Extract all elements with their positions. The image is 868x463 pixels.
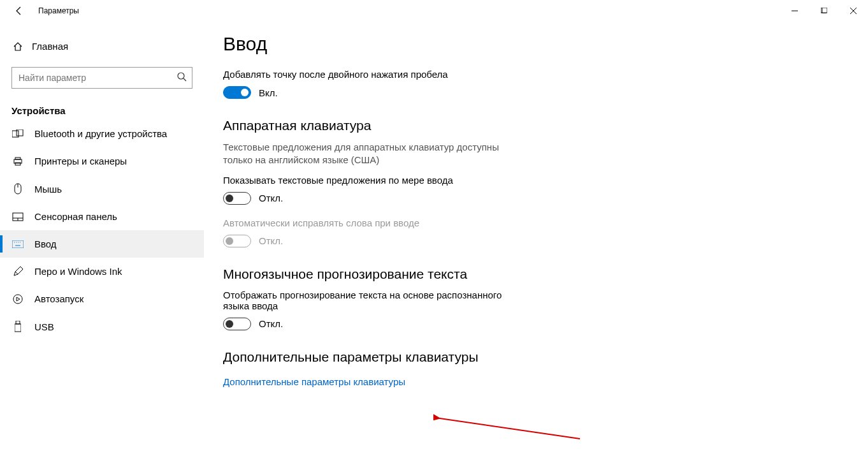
svg-rect-25 xyxy=(15,324,21,332)
svg-rect-10 xyxy=(15,158,20,159)
sidebar-item-typing[interactable]: Ввод xyxy=(0,230,204,258)
toggle-multilingual-prediction[interactable] xyxy=(223,318,251,330)
printer-icon xyxy=(11,156,24,166)
section-heading: Аппаратная клавиатура xyxy=(223,118,849,133)
toggle-state-text: Откл. xyxy=(259,193,283,203)
sidebar-home[interactable]: Главная xyxy=(0,34,204,58)
content-area: Ввод Добавлять точку после двойного нажа… xyxy=(204,22,868,463)
toggle-text-suggestions[interactable] xyxy=(223,192,251,205)
sidebar: Главная Устройства Bluetooth и другие ус… xyxy=(0,22,204,463)
sidebar-item-printers[interactable]: Принтеры и сканеры xyxy=(0,147,204,175)
sidebar-item-label: USB xyxy=(34,321,54,332)
sidebar-item-label: Принтеры и сканеры xyxy=(34,156,127,166)
toggle-state-text: Вкл. xyxy=(259,87,278,98)
svg-rect-17 xyxy=(12,240,24,248)
search-icon xyxy=(177,71,187,84)
sidebar-item-label: Bluetooth и другие устройства xyxy=(34,128,167,139)
sidebar-item-label: Ввод xyxy=(34,239,57,249)
sidebar-group-label: Устройства xyxy=(11,105,192,116)
usb-icon xyxy=(11,321,24,332)
close-button[interactable] xyxy=(839,1,868,21)
sidebar-item-autoplay[interactable]: Автозапуск xyxy=(0,285,204,312)
sidebar-item-pen[interactable]: Перо и Windows Ink xyxy=(0,258,204,285)
sidebar-item-touchpad[interactable]: Сенсорная панель xyxy=(0,203,204,230)
sidebar-home-label: Главная xyxy=(32,41,68,52)
sidebar-item-label: Сенсорная панель xyxy=(34,211,117,222)
keyboard-icon xyxy=(11,240,24,248)
pen-icon xyxy=(11,267,24,277)
toggle-state-text: Откл. xyxy=(259,318,283,329)
mouse-icon xyxy=(11,183,24,195)
option-label: Показывать текстовые предложения по мере… xyxy=(223,175,516,186)
svg-point-5 xyxy=(178,73,184,79)
section-heading: Многоязычное прогнозирование текста xyxy=(223,267,849,282)
option-label: Отображать прогнозирование текста на осн… xyxy=(223,290,516,311)
section-description: Текстовые предложения для аппаратных кла… xyxy=(223,141,510,167)
sidebar-item-label: Мышь xyxy=(34,184,62,195)
home-icon xyxy=(11,41,24,52)
devices-icon xyxy=(11,129,24,138)
svg-point-23 xyxy=(13,295,22,304)
toggle-autocorrect xyxy=(223,235,251,247)
toggle-state-text: Откл. xyxy=(259,235,283,246)
sidebar-item-label: Автозапуск xyxy=(34,293,83,304)
autoplay-icon xyxy=(11,294,24,304)
window-title: Параметры xyxy=(38,6,79,15)
option-label: Автоматически исправлять слова при вводе xyxy=(223,217,516,228)
search-input-container[interactable] xyxy=(11,67,192,89)
minimize-button[interactable] xyxy=(780,1,809,21)
sidebar-item-mouse[interactable]: Мышь xyxy=(0,175,204,203)
search-input[interactable] xyxy=(18,73,177,83)
touchpad-icon xyxy=(11,212,24,221)
sidebar-item-bluetooth[interactable]: Bluetooth и другие устройства xyxy=(0,120,204,147)
sidebar-item-usb[interactable]: USB xyxy=(0,312,204,341)
back-button[interactable] xyxy=(11,3,27,18)
svg-line-6 xyxy=(184,78,186,81)
svg-rect-24 xyxy=(16,321,20,324)
option-label: Добавлять точку после двойного нажатия п… xyxy=(223,69,516,80)
section-heading: Дополнительные параметры клавиатуры xyxy=(223,349,849,365)
page-title: Ввод xyxy=(223,33,849,55)
advanced-keyboard-settings-link[interactable]: Дополнительные параметры клавиатуры xyxy=(223,376,405,387)
svg-rect-2 xyxy=(822,8,827,13)
maximize-button[interactable] xyxy=(809,1,839,21)
sidebar-item-label: Перо и Windows Ink xyxy=(34,266,122,277)
toggle-double-space-period[interactable] xyxy=(223,86,251,99)
